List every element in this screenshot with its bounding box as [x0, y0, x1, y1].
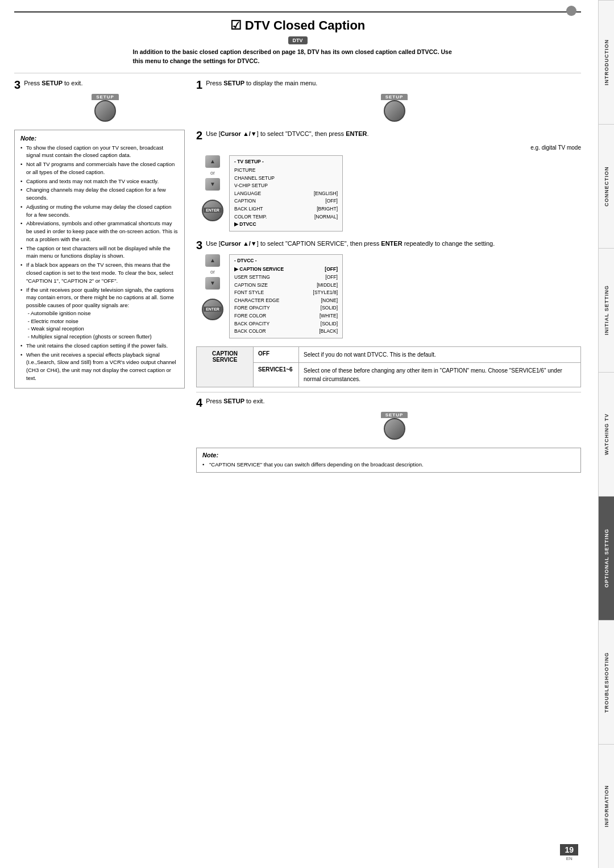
right-column: 1 Press SETUP to display the main menu. … [196, 79, 581, 473]
right-step4-number: 4 [196, 397, 202, 408]
caption-off-desc: Select if you do not want DTVCC. This is… [299, 346, 581, 362]
note-item: The caption or text characters will not … [20, 245, 179, 261]
menu2-title: - TV SETUP - [234, 158, 338, 166]
menu3-row-back-opacity: BACK OPACITY[SOLID] [234, 320, 338, 328]
menu2-row-colortemp: COLOR TEMP.[NORMAL] [234, 213, 338, 221]
menu3-title: - DTVCC - [234, 257, 338, 265]
right-step1-text: Press SETUP to display the main menu. [206, 79, 317, 88]
main-content: ☑ DTV Closed Caption DTV In addition to … [0, 0, 598, 868]
page-description: In addition to the basic closed caption … [133, 48, 463, 66]
note-title: Note: [20, 135, 179, 142]
note-item: If the unit receives poor quality televi… [20, 286, 179, 341]
dtv-badge: DTV [288, 36, 308, 44]
caption-service-option: SERVICE1~6 [254, 362, 299, 387]
right-step3: 3 Use [Cursor ▲/▼] to select "CAPTION SE… [196, 239, 581, 338]
step2-nav-area: ▲ or ▼ ENTER - TV SETUP - PICTURE CHANNE… [202, 155, 581, 232]
note-list: To show the closed caption on your TV sc… [20, 144, 179, 382]
down-arrow-btn[interactable]: ▼ [205, 178, 220, 191]
menu2-row-language: LANGUAGE[ENGLISH] [234, 190, 338, 198]
right-step1-header: 1 Press SETUP to display the main menu. [196, 79, 581, 90]
step3-nav-buttons: ▲ or ▼ ENTER [202, 254, 223, 320]
caption-off-option: OFF [254, 346, 299, 362]
sidebar-tab-information[interactable]: INFORMATION [599, 744, 614, 868]
step3-enter-btn[interactable]: ENTER [202, 299, 223, 320]
right-step2-text: Use [Cursor ▲/▼] to select "DTVCC", then… [206, 130, 368, 138]
menu3-row-back-color: BACK COLOR[BLACK] [234, 328, 338, 336]
right-step1-setup-img: SETUP [208, 94, 581, 122]
right-step4: 4 Press SETUP to exit. SETUP [196, 397, 581, 440]
step3-nav-area: ▲ or ▼ ENTER - DTVCC - ▶ CAPTION SERVICE… [202, 254, 581, 338]
right-step1-setup-circle [384, 100, 405, 122]
left-setup-button-img: SETUP [26, 94, 185, 122]
caption-service-desc: Select one of these before changing any … [299, 362, 581, 387]
step3-or-label: or [210, 269, 215, 275]
step3-menu-display: - DTVCC - ▶ CAPTION SERVICE[OFF] USER SE… [229, 254, 343, 338]
page-title: ☑ DTV Closed Caption [14, 18, 581, 33]
title-text: DTV Closed Caption [245, 18, 365, 32]
nav-or-label: or [210, 170, 215, 176]
menu3-row-fore-color: FORE COLOR[WHITE] [234, 312, 338, 320]
menu3-row-caption-svc: ▶ CAPTION SERVICE[OFF] [234, 266, 338, 274]
menu3-row-user-setting: USER SETTING[OFF] [234, 274, 338, 282]
left-step3-text: Press SETUP to exit. [24, 79, 82, 88]
table-divider [196, 392, 581, 392]
sidebar-tab-initial-setting[interactable]: INITIAL SETTING [599, 248, 614, 372]
note-item: Captions and texts may not match the TV … [20, 177, 179, 185]
sidebar-tab-watching-tv[interactable]: WATCHING TV [599, 372, 614, 496]
page-title-section: ☑ DTV Closed Caption DTV In addition to … [14, 18, 581, 66]
step4-setup-img: SETUP [208, 412, 581, 440]
sidebar-tab-troubleshooting[interactable]: TROUBLESHOOTING [599, 620, 614, 744]
note-item: Abbreviations, symbols and other grammat… [20, 220, 179, 243]
menu3-row-char-edge: CHARACTER EDGE[NONE] [234, 297, 338, 305]
page-en-label: EN [560, 856, 578, 861]
left-step3-number: 3 [14, 79, 20, 90]
sidebar-tab-introduction[interactable]: INTRODUCTION [599, 0, 614, 124]
note-item: The unit retains the closed caption sett… [20, 342, 179, 350]
corner-decoration [566, 6, 576, 16]
right-step2-number: 2 [196, 130, 202, 141]
right-step1: 1 Press SETUP to display the main menu. … [196, 79, 581, 122]
left-step3: 3 Press SETUP to exit. SETUP [14, 79, 185, 122]
note-item: If a black box appears on the TV screen,… [20, 261, 179, 284]
step3-up-btn[interactable]: ▲ [205, 254, 220, 267]
note-item: Adjusting or muting the volume may delay… [20, 203, 179, 219]
sidebar-tabs: INTRODUCTION CONNECTION INITIAL SETTING … [598, 0, 614, 868]
note-item: When the unit receives a special effects… [20, 351, 179, 382]
up-arrow-btn[interactable]: ▲ [205, 155, 220, 168]
step4-setup-label: SETUP [381, 412, 408, 418]
sidebar-tab-optional-setting[interactable]: OPTIONAL SETTING [599, 496, 614, 620]
menu2-row-vchip: V-CHIP SETUP [234, 182, 338, 190]
enter-btn[interactable]: ENTER [202, 200, 223, 221]
left-step3-header: 3 Press SETUP to exit. [14, 79, 185, 90]
left-column: 3 Press SETUP to exit. SETUP Note: To sh… [14, 79, 185, 473]
menu2-row-backlight: BACK LIGHT[BRIGHT] [234, 205, 338, 213]
note-box: Note: To show the closed caption on your… [14, 130, 185, 388]
right-step1-setup-label: SETUP [381, 94, 408, 100]
right-step1-number: 1 [196, 79, 202, 90]
left-setup-circle [94, 100, 116, 122]
menu2-row-picture: PICTURE [234, 167, 338, 175]
bottom-note-item: "CAPTION SERVICE" that you can switch di… [202, 461, 575, 469]
right-step3-header: 3 Use [Cursor ▲/▼] to select "CAPTION SE… [196, 239, 581, 251]
right-step4-header: 4 Press SETUP to exit. [196, 397, 581, 408]
menu2-row-caption: CAPTION[OFF] [234, 197, 338, 205]
caption-table-row-off: CAPTION SERVICE OFF Select if you do not… [197, 346, 581, 362]
right-step2: 2 Use [Cursor ▲/▼] to select "DTVCC", th… [196, 130, 581, 232]
top-divider [14, 11, 581, 13]
note-item: To show the closed caption on your TV sc… [20, 144, 179, 160]
menu3-row-fore-opacity: FORE OPACITY[SOLID] [234, 304, 338, 312]
two-col-layout: 3 Press SETUP to exit. SETUP Note: To sh… [14, 79, 581, 473]
caption-table-row-service: SERVICE1~6 Select one of these before ch… [197, 362, 581, 387]
bottom-note-title: Note: [202, 452, 575, 458]
step4-setup-circle [384, 418, 405, 440]
bottom-note-list: "CAPTION SERVICE" that you can switch di… [202, 461, 575, 469]
note-item: Not all TV programs and commercials have… [20, 160, 179, 176]
sidebar-tab-connection[interactable]: CONNECTION [599, 124, 614, 248]
menu2-row-dtvcc: ▶ DTVCC [234, 221, 338, 229]
menu3-row-caption-size: CAPTION SIZE[MIDDLE] [234, 282, 338, 290]
section-divider [14, 73, 581, 73]
left-setup-label: SETUP [92, 94, 119, 100]
step3-down-btn[interactable]: ▼ [205, 277, 220, 290]
right-step3-number: 3 [196, 239, 202, 251]
step2-nav-buttons: ▲ or ▼ ENTER [202, 155, 223, 221]
